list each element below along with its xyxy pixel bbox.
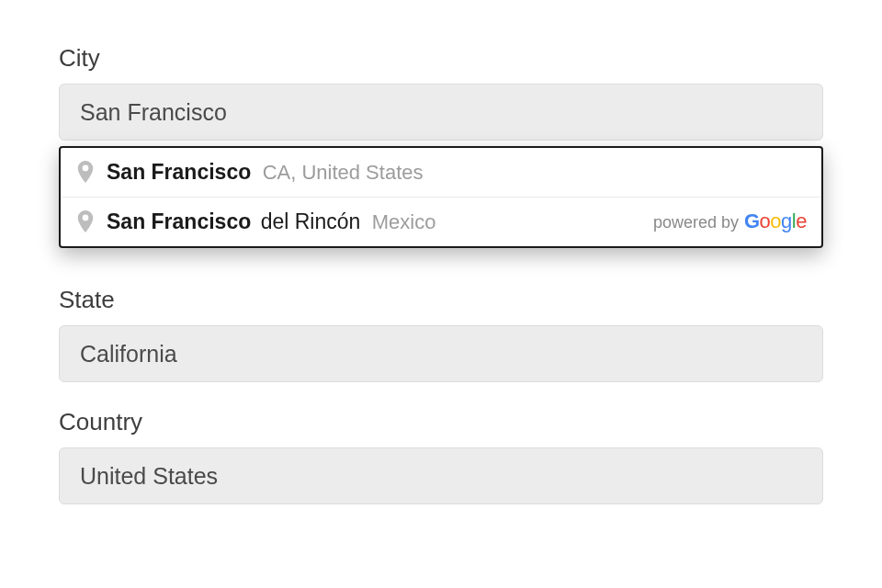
state-field-group: State xyxy=(59,286,823,382)
powered-by-text: powered by xyxy=(653,213,739,232)
autocomplete-option[interactable]: San Francisco CA, United States xyxy=(61,148,821,198)
google-logo: Google xyxy=(744,209,807,233)
state-input[interactable] xyxy=(59,325,823,382)
map-pin-icon xyxy=(77,210,94,232)
option-match-text: San Francisco xyxy=(107,209,251,233)
option-secondary-text: Mexico xyxy=(372,210,436,233)
city-input[interactable] xyxy=(59,84,823,141)
powered-by-attribution: powered by Google xyxy=(653,209,807,233)
option-extra-text: del Rincón xyxy=(261,209,361,233)
country-label: Country xyxy=(59,408,823,436)
city-field-group: City San Francisco CA, United States San… xyxy=(59,44,823,141)
option-match-text: San Francisco xyxy=(107,160,251,184)
city-label: City xyxy=(59,44,823,73)
autocomplete-option[interactable]: San Francisco del Rincón Mexico powered … xyxy=(61,198,821,246)
option-secondary-text: CA, United States xyxy=(263,161,424,184)
map-pin-icon xyxy=(77,161,94,183)
country-input[interactable] xyxy=(59,447,823,504)
autocomplete-dropdown: San Francisco CA, United States San Fran… xyxy=(59,146,823,248)
autocomplete-option-text: San Francisco CA, United States xyxy=(107,159,805,186)
state-label: State xyxy=(59,286,823,314)
country-field-group: Country xyxy=(59,408,823,504)
